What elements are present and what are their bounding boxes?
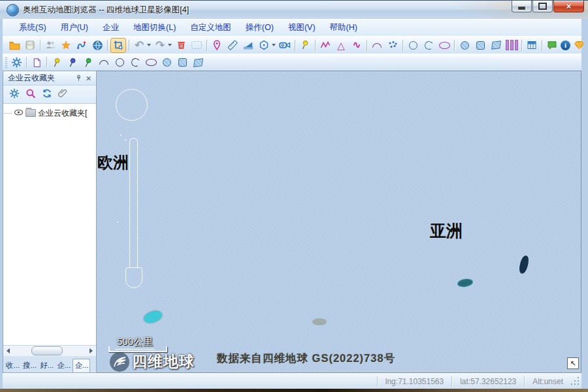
circle-outline-icon[interactable] <box>406 39 420 52</box>
sidebar-refresh-icon[interactable] <box>42 88 52 101</box>
selection-marquee-icon[interactable] <box>189 39 204 52</box>
filled-quad-icon[interactable] <box>489 39 503 52</box>
location-pin-icon[interactable] <box>210 39 224 52</box>
favorites-tree: 企业云收藏夹[ <box>3 103 96 345</box>
globe-icon[interactable] <box>90 39 105 52</box>
polygon-triangle-icon[interactable]: △ <box>334 39 348 52</box>
ellipse-outline-icon-2[interactable] <box>144 56 158 69</box>
draw-region-tool-icon[interactable] <box>110 38 126 53</box>
provider-logo-icon <box>110 352 129 372</box>
scroll-right-arrow[interactable] <box>86 346 96 355</box>
close-button[interactable]: × <box>553 1 584 12</box>
arc-chord-icon[interactable] <box>370 39 384 52</box>
new-page-icon[interactable] <box>29 56 44 69</box>
close-icon: × <box>566 1 572 11</box>
menu-view[interactable]: 视图(V) <box>281 20 323 35</box>
menu-map-switch[interactable]: 地图切换(L) <box>126 20 183 35</box>
info-icon[interactable]: i <box>561 41 570 50</box>
polyline-icon[interactable] <box>318 39 333 52</box>
annotation-circle[interactable] <box>116 89 148 121</box>
visibility-eye-icon[interactable] <box>14 107 24 119</box>
tab-friends[interactable]: 好... <box>39 359 55 372</box>
circle-outline-icon-2[interactable] <box>112 56 127 69</box>
arc-dark-icon[interactable] <box>97 56 111 69</box>
track-icon[interactable] <box>74 39 89 52</box>
menu-system[interactable]: 系统(S) <box>12 20 54 35</box>
redo-dropdown-caret[interactable] <box>168 44 172 46</box>
tab-enterprise-cloud[interactable]: 企... <box>73 359 90 372</box>
pushpin-yellow-icon[interactable] <box>50 56 64 69</box>
arc-open-icon[interactable] <box>421 39 436 52</box>
provider-logo: 四维地球 <box>110 351 195 372</box>
menu-enterprise[interactable]: 企业 <box>95 20 126 35</box>
redo-icon[interactable]: ↷ <box>153 39 167 52</box>
scatter-points-icon[interactable] <box>385 39 400 52</box>
menu-operation[interactable]: 操作(O) <box>238 20 281 35</box>
ruler-icon[interactable] <box>225 39 240 52</box>
toolbar-draw <box>3 54 581 71</box>
save-icon[interactable] <box>23 39 37 52</box>
curve-icon[interactable]: ∿ <box>350 39 364 52</box>
favorite-star-icon[interactable]: ★ <box>59 39 73 52</box>
sidebar-panel: 企业云收藏夹 × 企业云收藏夹[ <box>3 71 97 373</box>
undo-dropdown-caret[interactable] <box>147 44 151 46</box>
status-bar: lng:71.10351563 lat:57.32652123 Alt:unse… <box>3 373 581 389</box>
title-bar[interactable]: 奥维互动地图浏览器 -- 四维地球卫星影像图[4] × <box>0 1 588 19</box>
open-folder-icon[interactable] <box>7 39 22 52</box>
maximize-button[interactable] <box>532 1 553 12</box>
filled-quad-icon-2[interactable] <box>191 56 205 69</box>
filled-rounded-square-icon-2[interactable] <box>175 56 189 69</box>
app-icon <box>7 4 19 16</box>
toolbar-grip-2[interactable] <box>5 57 7 68</box>
pushpin-green-icon[interactable] <box>81 56 95 69</box>
status-longitude: lng:71.10351563 <box>378 377 451 386</box>
ellipse-outline-icon[interactable] <box>437 39 451 52</box>
menu-help[interactable]: 帮助(H) <box>323 20 365 35</box>
menu-custom-map[interactable]: 自定义地图 <box>183 20 238 35</box>
pin-panel-icon[interactable] <box>74 73 84 83</box>
table-grid-icon[interactable] <box>525 39 539 52</box>
sidebar-search-icon[interactable] <box>25 88 36 101</box>
tab-enterprise[interactable]: 企... <box>56 359 72 372</box>
column-bars-icon[interactable] <box>504 39 519 52</box>
window-title: 奥维互动地图浏览器 -- 四维地球卫星影像图[4] <box>23 5 189 16</box>
annotation-capsule-bulge[interactable] <box>125 267 142 288</box>
sidebar-hscrollbar[interactable] <box>3 345 96 356</box>
chat-message-icon[interactable] <box>545 39 559 52</box>
area-measure-icon[interactable] <box>241 39 255 52</box>
delete-trash-icon[interactable] <box>174 39 188 52</box>
sidebar-gear-icon[interactable] <box>9 88 20 101</box>
filled-circle-icon[interactable] <box>457 39 472 52</box>
sidebar-attachment-icon[interactable] <box>58 88 68 101</box>
nw-arrow-icon: ↖ <box>570 359 576 368</box>
menu-user[interactable]: 用户(U) <box>54 20 95 35</box>
resize-grip[interactable] <box>571 377 580 386</box>
arc-open-icon-2[interactable] <box>128 56 142 69</box>
contacts-icon[interactable] <box>43 39 57 52</box>
scroll-thumb[interactable] <box>31 346 63 355</box>
hexagon-dropdown-caret[interactable] <box>272 44 276 46</box>
pushpin-blue-icon[interactable] <box>65 56 80 69</box>
close-panel-icon[interactable]: × <box>84 73 93 83</box>
filled-rounded-square-icon[interactable] <box>473 39 487 52</box>
toolbar-main: ★ ↶ ↷ △ ∿ <box>3 36 581 54</box>
vip-gem-icon[interactable] <box>572 39 586 52</box>
settings-gear-icon[interactable] <box>9 56 24 69</box>
undo-icon[interactable]: ↶ <box>132 39 146 52</box>
tab-search[interactable]: 搜... <box>22 359 38 372</box>
hexagon-tool-icon[interactable] <box>257 39 271 52</box>
tree-branch <box>5 113 12 114</box>
sidebar-toolbar <box>3 86 96 103</box>
status-latitude: lat:57.32652123 <box>452 377 524 386</box>
tab-favorites[interactable]: 收... <box>5 359 21 372</box>
annotation-capsule-shaft[interactable] <box>129 138 138 269</box>
filled-circle-icon-2[interactable] <box>159 56 174 69</box>
fullscreen-corner-button[interactable]: ↖ <box>567 357 579 369</box>
camera-view-icon[interactable] <box>278 39 292 52</box>
minimize-button[interactable] <box>512 1 532 12</box>
pushpin-icon[interactable] <box>298 39 312 52</box>
sidebar-tabs: 收... 搜... 好... 企... 企... <box>3 356 96 372</box>
tree-item-root[interactable]: 企业云收藏夹[ <box>5 107 95 119</box>
scroll-left-arrow[interactable] <box>3 346 13 355</box>
map-viewport[interactable]: 欧洲 亚洲 500公里 四维地球 数据来自四维地球 GS(2022)738号 ↖ <box>97 71 581 373</box>
